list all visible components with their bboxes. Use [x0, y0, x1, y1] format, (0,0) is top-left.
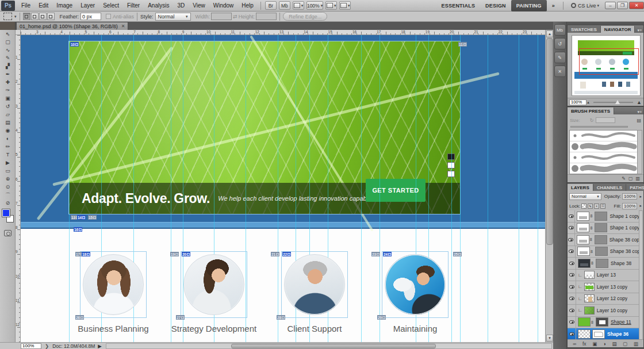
navigator-zoom-slider[interactable]	[593, 102, 633, 103]
brush-tool[interactable]: ✑	[0, 86, 16, 94]
eye-icon[interactable]	[569, 297, 574, 300]
3d-orbit-tool[interactable]: ⊙	[0, 183, 16, 191]
menu-analysis[interactable]: Analysis	[144, 0, 173, 11]
visibility-cell[interactable]	[568, 258, 576, 269]
crop-tool[interactable]: ▞	[0, 62, 16, 70]
3d-rotate-tool[interactable]: ⊕	[0, 175, 16, 183]
adjustment-layer-icon[interactable]: ◑	[603, 341, 606, 347]
horizontal-scrollbar[interactable]	[106, 343, 552, 349]
layer-thumbnail[interactable]	[577, 235, 589, 244]
selection-intersect-button[interactable]	[47, 13, 55, 20]
tab-paths[interactable]: PATHS	[626, 184, 644, 191]
brush-list-scrollbar[interactable]	[637, 130, 642, 174]
toolbar-grip[interactable]	[0, 22, 16, 30]
visibility-cell[interactable]	[568, 223, 575, 234]
zoom-tool[interactable]: ⊘	[0, 199, 16, 207]
eye-icon[interactable]	[569, 273, 574, 277]
menu-help[interactable]: Help	[237, 0, 258, 11]
workspace-overflow-button[interactable]: »	[547, 0, 560, 11]
menu-layer[interactable]: Layer	[76, 0, 99, 11]
layer-mask-thumbnail[interactable]	[592, 329, 605, 339]
selection-subtract-button[interactable]	[39, 13, 47, 20]
layer-thumbnail[interactable]	[577, 212, 589, 221]
brush-preset-row[interactable]	[570, 131, 638, 141]
eye-icon[interactable]	[569, 250, 574, 253]
layer-mask-thumbnail[interactable]	[596, 317, 608, 327]
opacity-caret-icon[interactable]: ▸	[639, 194, 642, 199]
launch-bridge-button[interactable]: Br	[265, 1, 277, 10]
lock-all-icon[interactable]: ⚿	[600, 204, 605, 209]
swap-dimensions-icon[interactable]: ⇄	[233, 14, 237, 20]
path-selection-tool[interactable]: ▶	[0, 159, 16, 167]
visibility-cell[interactable]	[568, 210, 575, 222]
blend-mode-select[interactable]: Normal▾	[569, 193, 601, 200]
history-brush-tool[interactable]: ↺	[0, 102, 16, 110]
layer-thumbnail[interactable]	[584, 306, 595, 315]
tab-swatches[interactable]: SWATCHES	[568, 26, 601, 33]
menu-window[interactable]: Window	[209, 0, 238, 11]
layer-mask-thumbnail[interactable]	[595, 223, 607, 232]
layer-group-icon[interactable]: ▤	[612, 341, 616, 347]
link-layers-icon[interactable]: ∞	[573, 341, 576, 347]
quick-mask-button[interactable]	[4, 230, 12, 236]
shape-tool[interactable]: ▭	[0, 167, 16, 175]
layer-mask-thumbnail[interactable]	[595, 247, 608, 256]
zoom-out-icon[interactable]: ▲	[586, 101, 590, 104]
document-tab[interactable]: 01_home.psd @ 100% (Shape 36, RGB/8) ✕	[16, 22, 128, 30]
status-zoom-input[interactable]	[21, 343, 41, 349]
scroll-up-button[interactable]: ▲	[546, 30, 553, 37]
move-tool[interactable]: ⇖	[0, 30, 16, 38]
tool-preset-caret-icon[interactable]: ▾	[14, 14, 17, 19]
ruler-corner[interactable]	[16, 30, 21, 35]
layer-thumbnail[interactable]	[578, 329, 591, 339]
dodge-tool[interactable]: ◐	[0, 135, 16, 143]
delete-brush-icon[interactable]: ▥	[635, 176, 640, 181]
top-ruler[interactable]: 3456789101112131415161718192021222324	[21, 30, 545, 35]
eye-icon[interactable]	[569, 262, 574, 265]
eye-icon[interactable]	[569, 332, 574, 336]
lock-position-icon[interactable]: +	[594, 204, 599, 209]
brush-preset-row[interactable]	[570, 152, 638, 163]
menu-edit[interactable]: Edit	[34, 0, 52, 11]
layer-thumbnail[interactable]	[578, 259, 591, 268]
zoom-level-select[interactable]: 100%▾	[306, 1, 323, 10]
panel-menu-icon[interactable]: ▾≡	[635, 110, 643, 114]
hand-tool[interactable]: ⌒	[0, 191, 16, 199]
layer-row[interactable]: 8Shape 38 copy	[568, 246, 640, 258]
close-button[interactable]: ✕	[629, 2, 644, 9]
navigator-zoom-input[interactable]	[569, 99, 586, 105]
restore-button[interactable]: ❐	[617, 2, 628, 9]
layer-mask-thumbnail[interactable]	[596, 259, 608, 268]
layer-mask-thumbnail[interactable]	[595, 235, 607, 244]
workspace-painting[interactable]: PAINTING	[511, 0, 547, 11]
menu-image[interactable]: Image	[52, 0, 76, 11]
document-canvas[interactable]: Adapt. Evolve. Grow. We help each client…	[21, 35, 545, 342]
layer-thumbnail[interactable]	[584, 294, 595, 302]
tab-layers[interactable]: LAYERS	[568, 184, 593, 191]
visibility-cell[interactable]	[568, 270, 576, 281]
marquee-tool-icon[interactable]	[3, 13, 12, 20]
new-layer-icon[interactable]: ▢	[623, 341, 627, 347]
vertical-scroll-thumb[interactable]	[546, 38, 553, 245]
eye-icon[interactable]	[569, 226, 574, 229]
layer-thumbnail[interactable]	[577, 223, 589, 232]
left-ruler[interactable]: 123456789101112	[16, 35, 21, 342]
brush-size-slider[interactable]	[570, 126, 628, 128]
layer-row[interactable]: ∟Layer 12 copy	[568, 293, 640, 305]
layer-thumbnail[interactable]	[578, 317, 591, 327]
layer-row[interactable]: Shape 36	[568, 328, 640, 340]
fill-value[interactable]: 100%	[622, 203, 637, 209]
layer-row[interactable]: ∟Layer 13	[568, 270, 640, 282]
view-extras-button[interactable]: ▾	[293, 1, 304, 10]
visibility-cell[interactable]	[568, 281, 576, 293]
layer-row[interactable]: 8Shape 38 copy 2	[568, 234, 640, 246]
menu-view[interactable]: View	[189, 0, 209, 11]
menu-filter[interactable]: Filter	[123, 0, 144, 11]
workspace-design[interactable]: DESIGN	[480, 0, 511, 11]
tab-channels[interactable]: CHANNELS	[593, 184, 626, 191]
layer-row[interactable]: 8Shape 1 copy 2	[568, 223, 640, 235]
eye-icon[interactable]	[569, 214, 574, 218]
brush-size-input[interactable]	[596, 117, 615, 123]
brush-preset-row[interactable]	[570, 141, 638, 152]
layer-thumbnail[interactable]	[584, 283, 595, 291]
